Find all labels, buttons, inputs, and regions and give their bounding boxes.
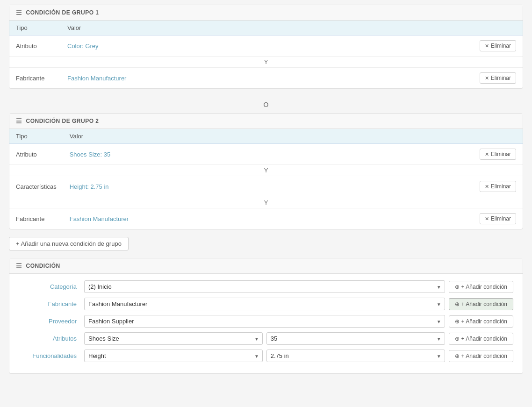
add-condition-btn-proveedor[interactable]: ⊕ + Añadir condición xyxy=(449,315,513,328)
table-row: Fabricante Fashion Manufacturer ✕ Elimin… xyxy=(9,208,523,229)
eliminar-label-1: Eliminar xyxy=(491,43,511,49)
g2-eliminar-label-1: Eliminar xyxy=(491,151,511,157)
label-atributos: Atributos xyxy=(19,335,84,342)
g2-and-row-1: Y xyxy=(9,165,523,176)
condition-header: ☰ CONDICIÓN xyxy=(9,258,523,274)
select-proveedor[interactable]: Fashion Supplier xyxy=(84,315,445,328)
plus-icon-atributos: ⊕ xyxy=(455,336,460,342)
add-condition-btn-atributos[interactable]: ⊕ + Añadir condición xyxy=(449,333,513,345)
select-func2[interactable]: 2.75 in xyxy=(266,350,445,362)
plus-icon-categoria: ⊕ xyxy=(455,284,460,290)
select-fabricante[interactable]: Fashion Manufacturer xyxy=(84,298,445,310)
controls-funcionalidades: Height 2.75 in ⊕ + Añadir condición xyxy=(84,350,513,362)
condition-section: ☰ CONDICIÓN Categoría (2) Inicio ⊕ + Aña… xyxy=(9,258,523,374)
group2-title: CONDICIÓN DE GRUPO 2 xyxy=(26,118,99,124)
group1-col-valor: Valor xyxy=(61,21,467,36)
g2-row3-action: ✕ Eliminar xyxy=(467,208,523,229)
group2-header: ☰ CONDICIÓN DE GRUPO 2 xyxy=(9,114,523,129)
select-atributos2[interactable]: 35 xyxy=(266,332,445,345)
label-categoria: Categoría xyxy=(19,283,84,290)
or-text: O xyxy=(264,101,269,108)
row1-action: ✕ Eliminar xyxy=(467,36,523,57)
condition-title: CONDICIÓN xyxy=(26,263,60,269)
controls-fabricante: Fashion Manufacturer ⊕ + Añadir condició… xyxy=(84,298,513,310)
table-row: Fabricante Fashion Manufacturer ✕ Elimin… xyxy=(9,68,523,89)
g2-row2-valor: Height: 2.75 in xyxy=(63,176,467,197)
label-proveedor: Proveedor xyxy=(19,318,84,325)
row1-valor: Color: Grey xyxy=(61,36,467,57)
form-row-fabricante: Fabricante Fashion Manufacturer ⊕ + Añad… xyxy=(19,298,513,310)
eliminar-btn-1[interactable]: ✕ Eliminar xyxy=(480,40,516,51)
form-row-proveedor: Proveedor Fashion Supplier ⊕ + Añadir co… xyxy=(19,315,513,328)
g2-eliminar-label-2: Eliminar xyxy=(491,183,511,190)
label-fabricante: Fabricante xyxy=(19,300,84,307)
row2-tipo: Fabricante xyxy=(9,68,61,89)
g2-eliminar-btn-2[interactable]: ✕ Eliminar xyxy=(480,181,516,192)
group2-table: Tipo Valor Atributo Shoes Size: 35 ✕ Eli… xyxy=(9,129,523,229)
plus-icon-funcionalidades: ⊕ xyxy=(455,353,460,359)
controls-proveedor: Fashion Supplier ⊕ + Añadir condición xyxy=(84,315,513,328)
table-row: Características Height: 2.75 in ✕ Elimin… xyxy=(9,176,523,197)
lines-icon-group1: ☰ xyxy=(16,9,22,16)
g2-row1-tipo: Atributo xyxy=(9,144,63,165)
or-separator: O xyxy=(9,96,523,113)
select-wrapper-func1[interactable]: Height xyxy=(84,350,263,362)
add-group-button[interactable]: + Añadir una nueva condición de grupo xyxy=(9,237,129,250)
lines-icon-condition: ☰ xyxy=(16,262,22,270)
add-group-label: + Añadir una nueva condición de grupo xyxy=(16,240,122,247)
g2-and-label-1: Y xyxy=(9,165,523,176)
select-wrapper-atributos1[interactable]: Shoes Size xyxy=(84,332,263,345)
condition-form: Categoría (2) Inicio ⊕ + Añadir condició… xyxy=(9,274,523,373)
add-condition-label-fabricante: + Añadir condición xyxy=(461,301,507,307)
select-wrapper-fabricante[interactable]: Fashion Manufacturer xyxy=(84,298,445,310)
x-icon-2: ✕ xyxy=(485,75,489,81)
select-categoria[interactable]: (2) Inicio xyxy=(84,280,445,293)
group1-card: ☰ CONDICIÓN DE GRUPO 1 Tipo Valor Atribu… xyxy=(9,5,523,89)
select-atributos1[interactable]: Shoes Size xyxy=(84,332,263,345)
g2-x-icon-2: ✕ xyxy=(485,184,489,190)
form-row-categoria: Categoría (2) Inicio ⊕ + Añadir condició… xyxy=(19,280,513,293)
select-wrapper-proveedor[interactable]: Fashion Supplier xyxy=(84,315,445,328)
g2-x-icon-3: ✕ xyxy=(485,216,489,222)
group1-header: ☰ CONDICIÓN DE GRUPO 1 xyxy=(9,5,523,21)
g2-eliminar-btn-3[interactable]: ✕ Eliminar xyxy=(480,213,516,224)
add-condition-label-funcionalidades: + Añadir condición xyxy=(461,353,507,359)
select-wrapper-func2[interactable]: 2.75 in xyxy=(266,350,445,362)
table-row: Atributo Shoes Size: 35 ✕ Eliminar xyxy=(9,144,523,165)
g2-row2-tipo: Características xyxy=(9,176,63,197)
g2-row1-action: ✕ Eliminar xyxy=(467,144,523,165)
g2-row2-action: ✕ Eliminar xyxy=(467,176,523,197)
row2-action: ✕ Eliminar xyxy=(467,68,523,89)
add-condition-btn-categoria[interactable]: ⊕ + Añadir condición xyxy=(449,281,513,293)
g2-row3-valor: Fashion Manufacturer xyxy=(63,208,467,229)
g2-eliminar-btn-1[interactable]: ✕ Eliminar xyxy=(480,149,516,160)
add-condition-label-atributos: + Añadir condición xyxy=(461,336,507,342)
controls-categoria: (2) Inicio ⊕ + Añadir condición xyxy=(84,280,513,293)
select-wrapper-categoria[interactable]: (2) Inicio xyxy=(84,280,445,293)
plus-icon-fabricante: ⊕ xyxy=(455,301,460,307)
group1-col-tipo: Tipo xyxy=(9,21,61,36)
g2-x-icon-1: ✕ xyxy=(485,151,489,157)
select-func1[interactable]: Height xyxy=(84,350,263,362)
group2-card: ☰ CONDICIÓN DE GRUPO 2 Tipo Valor Atribu… xyxy=(9,113,523,229)
add-condition-btn-fabricante[interactable]: ⊕ + Añadir condición xyxy=(449,298,513,310)
group2-col-tipo: Tipo xyxy=(9,129,63,144)
eliminar-btn-2[interactable]: ✕ Eliminar xyxy=(480,72,516,84)
and-row-1: Y xyxy=(9,57,523,68)
add-condition-btn-funcionalidades[interactable]: ⊕ + Añadir condición xyxy=(449,350,513,362)
page-wrapper: ☰ CONDICIÓN DE GRUPO 1 Tipo Valor Atribu… xyxy=(9,5,523,374)
row2-valor: Fashion Manufacturer xyxy=(61,68,467,89)
group2-body: Tipo Valor Atributo Shoes Size: 35 ✕ Eli… xyxy=(9,129,523,229)
add-condition-label-categoria: + Añadir condición xyxy=(461,284,507,290)
x-icon-1: ✕ xyxy=(485,43,489,49)
g2-row3-tipo: Fabricante xyxy=(9,208,63,229)
controls-atributos: Shoes Size 35 ⊕ + Añadir condición xyxy=(84,332,513,345)
g2-and-row-2: Y xyxy=(9,197,523,208)
select-wrapper-atributos2[interactable]: 35 xyxy=(266,332,445,345)
group1-table: Tipo Valor Atributo Color: Grey ✕ Elimin… xyxy=(9,21,523,88)
lines-icon-group2: ☰ xyxy=(16,117,22,125)
g2-and-label-2: Y xyxy=(9,197,523,208)
group2-col-valor: Valor xyxy=(63,129,467,144)
group1-body: Tipo Valor Atributo Color: Grey ✕ Elimin… xyxy=(9,21,523,88)
and-label-1: Y xyxy=(9,57,523,68)
